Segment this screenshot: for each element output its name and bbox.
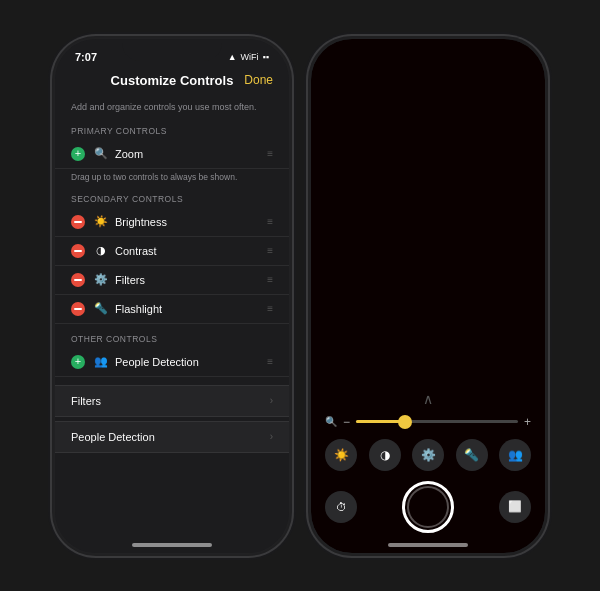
flashlight-cam-icon: 🔦 [464,448,479,462]
brightness-thumb[interactable] [398,415,412,429]
brightness-drag-handle[interactable]: ≡ [267,216,273,227]
primary-sub-desc: Drag up to two controls to always be sho… [55,169,289,184]
timer-button[interactable]: ⏱ [325,491,357,523]
wifi-icon: WiFi [241,52,259,62]
flashlight-label: Flashlight [115,303,267,315]
camera-screen: ∧ 🔍 − + [311,39,545,553]
brightness-label: Brightness [115,216,267,228]
filters-drag-handle[interactable]: ≡ [267,274,273,285]
done-button[interactable]: Done [244,73,273,87]
section-primary-header: PRIMARY CONTROLS [55,116,289,140]
contrast-icon: ◑ [93,243,109,259]
remove-flashlight-button[interactable] [71,302,85,316]
people-drag-handle[interactable]: ≡ [267,356,273,367]
filters-label: Filters [115,274,267,286]
battery-icon: ▪▪ [263,52,269,62]
brightness-cam-icon: ☀️ [334,448,349,462]
flashlight-control-row: 🔦 Flashlight ≡ [55,295,289,324]
right-home-indicator [388,543,468,547]
gallery-icon: ⬜ [508,500,522,513]
filters-accessible-label: Filters [71,395,270,407]
filters-cam-button[interactable]: ⚙️ [412,439,444,471]
shutter-button[interactable] [402,481,454,533]
brightness-icon: ☀️ [93,214,109,230]
filters-cam-icon: ⚙️ [421,448,436,462]
section-other-header: OTHER CONTROLS [55,324,289,348]
flashlight-cam-button[interactable]: 🔦 [456,439,488,471]
controls-icon-row: ☀️ ◑ ⚙️ 🔦 👥 [325,439,531,471]
people-detection-accessible-row[interactable]: People Detection › [55,421,289,453]
right-phone: ∧ 🔍 − + [308,36,548,556]
people-detection-label: People Detection [115,356,267,368]
contrast-cam-icon: ◑ [380,448,390,462]
notch [122,39,222,61]
add-zoom-button[interactable] [71,147,85,161]
contrast-cam-button[interactable]: ◑ [369,439,401,471]
brightness-cam-button[interactable]: ☀️ [325,439,357,471]
remove-brightness-button[interactable] [71,215,85,229]
zoom-icon: 🔍 [93,146,109,162]
shutter-row: ⏱ ⬜ [325,481,531,533]
settings-screen: 7:07 ▲ WiFi ▪▪ Customize Controls Done A… [55,39,289,553]
people-detection-chevron-icon: › [270,431,273,442]
contrast-label: Contrast [115,245,267,257]
chevron-up-icon: ∧ [423,391,433,407]
people-detection-control-row: 👥 People Detection ≡ [55,348,289,377]
section-secondary-header: SECONDARY CONTROLS [55,184,289,208]
filters-chevron-icon: › [270,395,273,406]
status-time: 7:07 [75,51,97,63]
filters-icon: ⚙️ [93,272,109,288]
people-detection-accessible-label: People Detection [71,431,270,443]
signal-icon: ▲ [228,52,237,62]
flashlight-icon: 🔦 [93,301,109,317]
add-people-detection-button[interactable] [71,355,85,369]
brightness-plus-icon[interactable]: + [524,415,531,429]
people-cam-icon: 👥 [508,448,523,462]
remove-contrast-button[interactable] [71,244,85,258]
brightness-control-row: ☀️ Brightness ≡ [55,208,289,237]
remove-filters-button[interactable] [71,273,85,287]
brightness-track[interactable] [356,420,518,423]
nav-bar: Customize Controls Done [55,69,289,96]
filters-control-row: ⚙️ Filters ≡ [55,266,289,295]
nav-title: Customize Controls [111,73,234,88]
zoom-label: Zoom [115,148,267,160]
left-phone: 7:07 ▲ WiFi ▪▪ Customize Controls Done A… [52,36,292,556]
zoom-control-row: 🔍 Zoom ≡ [55,140,289,169]
contrast-drag-handle[interactable]: ≡ [267,245,273,256]
brightness-minus-icon[interactable]: − [343,415,350,429]
expand-controls-icon[interactable]: ∧ [325,391,531,407]
flashlight-drag-handle[interactable]: ≡ [267,303,273,314]
filters-accessible-row[interactable]: Filters › [55,385,289,417]
camera-controls: ∧ 🔍 − + [311,381,545,553]
brightness-slider-row[interactable]: 🔍 − + [325,415,531,429]
shutter-inner [407,486,449,528]
timer-icon: ⏱ [336,501,347,513]
brightness-small-icon: 🔍 [325,416,337,427]
people-cam-button[interactable]: 👥 [499,439,531,471]
contrast-control-row: ◑ Contrast ≡ [55,237,289,266]
zoom-drag-handle[interactable]: ≡ [267,148,273,159]
status-icons: ▲ WiFi ▪▪ [228,52,269,62]
home-indicator [132,543,212,547]
gallery-button[interactable]: ⬜ [499,491,531,523]
people-detection-icon: 👥 [93,354,109,370]
page-description: Add and organize controls you use most o… [55,96,289,116]
